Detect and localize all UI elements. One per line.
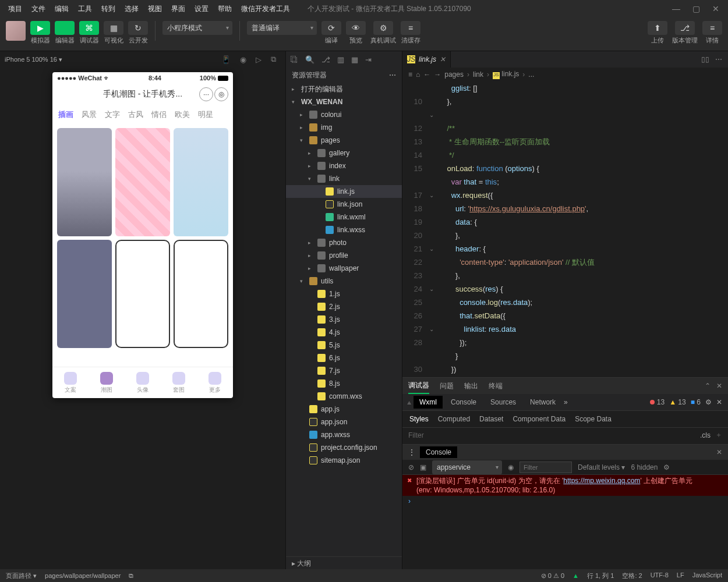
debugger[interactable]: ⌘调试器 bbox=[79, 21, 99, 45]
nav-back-icon[interactable]: ← bbox=[423, 70, 430, 79]
thumb[interactable] bbox=[115, 240, 170, 348]
rotate-icon[interactable]: ⧉ bbox=[271, 55, 276, 64]
menu-item[interactable]: 文件 bbox=[28, 2, 49, 16]
style-tab[interactable]: Dataset bbox=[479, 415, 503, 423]
breadcrumb[interactable]: ≡ ⌂ ← → pages › link › JS link.js › ... bbox=[402, 68, 728, 81]
preview-btn[interactable]: 👁预览 bbox=[346, 21, 366, 45]
collapse-icon[interactable]: ⌃ bbox=[705, 382, 711, 390]
category-tab[interactable]: 欧美 bbox=[175, 109, 190, 120]
code-editor[interactable]: 10 12131415 171819202122232425262728 30 … bbox=[402, 81, 728, 377]
file-node[interactable]: ▸profile bbox=[286, 249, 402, 262]
drawer-menu-icon[interactable]: ⋮ bbox=[408, 448, 415, 456]
style-filter[interactable]: Filter bbox=[408, 431, 424, 439]
file-node[interactable]: app.json bbox=[286, 416, 402, 428]
category-tab[interactable]: 插画 bbox=[58, 109, 73, 120]
upload-btn[interactable]: ⬆上传 bbox=[648, 21, 667, 45]
clear-console-icon[interactable]: ⊘ bbox=[408, 463, 414, 471]
file-node[interactable]: ▸wallpaper bbox=[286, 262, 402, 275]
simulator[interactable]: ▶模拟器 bbox=[30, 21, 50, 45]
minimize-icon[interactable]: — bbox=[669, 4, 684, 13]
split-icon[interactable]: ▥ bbox=[337, 55, 344, 64]
editor[interactable]: 编辑器 bbox=[55, 21, 75, 45]
thumb[interactable] bbox=[115, 128, 170, 236]
file-node[interactable]: 6.js bbox=[286, 352, 402, 364]
nav-fwd-icon[interactable]: → bbox=[434, 70, 441, 79]
file-node[interactable]: project.config.json bbox=[286, 441, 402, 454]
copy-icon[interactable]: ⧉ bbox=[129, 572, 133, 580]
capsule-close-icon[interactable]: ◎ bbox=[214, 87, 228, 101]
menu-item[interactable]: 选择 bbox=[121, 2, 142, 16]
diagnostics[interactable]: ⊘ 0 ⚠ 0 bbox=[541, 572, 564, 580]
category-tab[interactable]: 明星 bbox=[198, 109, 213, 120]
git-icon[interactable]: ⎇ bbox=[321, 55, 330, 64]
file-node[interactable]: link.wxml bbox=[286, 211, 402, 223]
version-btn[interactable]: ⎇版本管理 bbox=[672, 21, 698, 45]
settings-icon[interactable]: ⚙ bbox=[705, 398, 712, 406]
devtools-more-icon[interactable]: » bbox=[564, 398, 568, 406]
explorer-icon[interactable]: ⿻ bbox=[291, 55, 298, 64]
file-node[interactable]: 3.js bbox=[286, 313, 402, 326]
category-tab[interactable]: 古风 bbox=[128, 109, 143, 120]
file-node[interactable]: ▸打开的编辑器 bbox=[286, 83, 402, 95]
status-item[interactable]: 行 1, 列 1 bbox=[587, 572, 614, 580]
device-icon[interactable]: 📱 bbox=[221, 55, 231, 64]
console-output[interactable]: [渲染层错误] 广告单元 id(unit-id) 为空，请先在 'https:/… bbox=[402, 475, 728, 569]
thumb[interactable] bbox=[174, 240, 228, 348]
devtools-tab[interactable]: Console bbox=[445, 396, 482, 409]
style-tab[interactable]: Computed bbox=[438, 415, 470, 423]
file-node[interactable]: ▾link bbox=[286, 172, 402, 185]
debugger-tab[interactable]: 终端 bbox=[489, 381, 503, 391]
editor-more-icon[interactable]: ⋯ bbox=[715, 55, 722, 63]
page-path[interactable]: pages/wallpaper/wallpaper bbox=[45, 572, 121, 579]
menu-item[interactable]: 编辑 bbox=[51, 2, 72, 16]
mute-icon[interactable]: ▷ bbox=[256, 55, 261, 64]
file-node[interactable]: app.wxss bbox=[286, 428, 402, 441]
record-icon[interactable]: ◉ bbox=[240, 55, 246, 64]
status-item[interactable]: UTF-8 bbox=[651, 572, 669, 580]
inspect-icon[interactable]: ⟁ bbox=[407, 398, 411, 406]
thumb[interactable] bbox=[57, 128, 112, 236]
tabbar-item[interactable]: 潮图 bbox=[89, 367, 125, 398]
drawer-close-icon[interactable]: ✕ bbox=[716, 448, 722, 456]
file-node[interactable]: ▸img bbox=[286, 121, 402, 134]
compile-btn[interactable]: ⟳编译 bbox=[321, 21, 341, 45]
cloud[interactable]: ↻云开发 bbox=[128, 21, 148, 45]
file-node[interactable]: app.js bbox=[286, 403, 402, 416]
menu-item[interactable]: 界面 bbox=[168, 2, 189, 16]
menu-item[interactable]: 工具 bbox=[75, 2, 96, 16]
debugger-tab[interactable]: 输出 bbox=[464, 381, 478, 391]
file-node[interactable]: link.json bbox=[286, 198, 402, 211]
devtools-tab[interactable]: Network bbox=[524, 396, 561, 409]
scroll-up-icon[interactable]: ▲ bbox=[572, 572, 579, 579]
menu-item[interactable]: 项目 bbox=[5, 2, 26, 16]
context-select[interactable]: appservice bbox=[432, 460, 502, 474]
file-node[interactable]: ▸gallery bbox=[286, 147, 402, 159]
file-node[interactable]: 7.js bbox=[286, 364, 402, 377]
remote-btn[interactable]: ⚙真机调试 bbox=[370, 21, 396, 45]
status-item[interactable]: JavaScript bbox=[692, 572, 722, 580]
file-node[interactable]: 8.js bbox=[286, 377, 402, 390]
list-icon[interactable]: ≡ bbox=[408, 70, 412, 79]
crumb[interactable]: pages bbox=[444, 70, 464, 79]
page-path-label[interactable]: 页面路径 ▾ bbox=[6, 572, 37, 580]
tabbar-item[interactable]: 更多 bbox=[197, 367, 233, 398]
tabbar-item[interactable]: 套图 bbox=[161, 367, 197, 398]
file-node[interactable]: link.wxss bbox=[286, 223, 402, 236]
category-tab[interactable]: 风景 bbox=[82, 109, 97, 120]
device-selector[interactable]: iPhone 5 100% 16 ▾ bbox=[5, 56, 62, 63]
debugger-tab[interactable]: 问题 bbox=[440, 381, 454, 391]
file-tree[interactable]: ▸打开的编辑器▾WX_WENAN▸colorui▸img▾pages▸galle… bbox=[286, 83, 402, 556]
category-tab[interactable]: 文字 bbox=[105, 109, 120, 120]
split-editor-icon[interactable]: ▯▯ bbox=[701, 55, 709, 63]
console-top-icon[interactable]: ▣ bbox=[420, 463, 426, 471]
file-node[interactable]: sitemap.json bbox=[286, 454, 402, 467]
panel-close-icon[interactable]: ✕ bbox=[716, 382, 722, 390]
detail-btn[interactable]: ≡详情 bbox=[702, 21, 722, 45]
mode-dropdown[interactable]: 小程序模式 bbox=[162, 21, 232, 35]
devtools-tab[interactable]: Wxml bbox=[414, 396, 443, 409]
bookmark-icon[interactable]: ⌂ bbox=[416, 70, 420, 79]
console-filter[interactable] bbox=[520, 462, 572, 473]
file-node[interactable]: 2.js bbox=[286, 300, 402, 313]
search-icon[interactable]: 🔍 bbox=[305, 55, 314, 64]
file-node[interactable]: 1.js bbox=[286, 288, 402, 300]
